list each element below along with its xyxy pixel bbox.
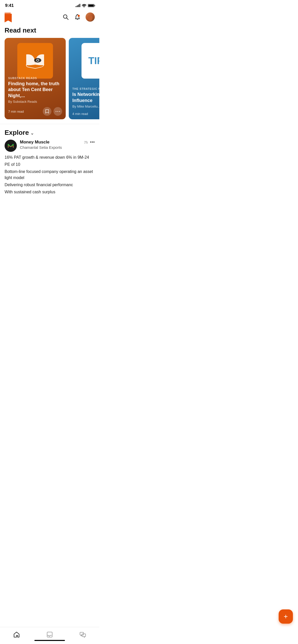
post-line-4: Delivering robust financial performanc: [5, 182, 95, 188]
svg-point-9: [6, 141, 15, 150]
more-options-button[interactable]: [53, 107, 62, 116]
card-2-footer: 4 min read: [72, 112, 99, 116]
card-2-image: TIPC: [69, 38, 99, 84]
app-header: [0, 10, 99, 25]
status-icons: [76, 4, 94, 7]
explore-header[interactable]: Explore ⌄: [0, 124, 99, 140]
user-avatar[interactable]: [86, 12, 95, 22]
battery-icon: [88, 4, 94, 7]
book-icon-container: [17, 43, 53, 79]
svg-point-6: [56, 111, 57, 112]
post-meta: Money Muscle Chamanlal Setia Exports 7h …: [20, 140, 95, 150]
post-time: 7h: [84, 140, 88, 144]
post-menu-button[interactable]: •••: [90, 140, 95, 145]
card-1-content: SUBSTACK READS Finding home, the truth a…: [5, 75, 66, 119]
card-1-read-time: 7 min read: [8, 110, 24, 113]
post-author-name: Money Muscle: [20, 140, 62, 145]
svg-point-7: [58, 111, 58, 112]
search-icon: [62, 14, 69, 20]
book-icon: [24, 51, 47, 71]
card-1-actions: [43, 107, 62, 116]
svg-point-5: [37, 60, 38, 61]
card-2-author: By Mike Marcellu...: [72, 105, 99, 108]
notifications-icon: [74, 14, 81, 20]
status-bar: 9:41: [0, 0, 99, 10]
explore-chevron-icon: ⌄: [30, 130, 34, 136]
svg-line-1: [67, 18, 69, 20]
wifi-icon: [82, 4, 86, 7]
read-next-title: Read next: [0, 25, 99, 38]
post-author-avatar[interactable]: [5, 140, 17, 152]
search-button[interactable]: [62, 13, 69, 21]
card-2[interactable]: TIPC THE STRATEGIC NET Is Networking M..…: [69, 38, 99, 119]
post-content: 16% PAT growth & revenue down 6% in 9M-2…: [5, 154, 95, 195]
explore-title: Explore: [5, 129, 29, 137]
card-2-title: Is Networking M... About Influence: [72, 92, 99, 104]
svg-point-8: [59, 111, 60, 112]
post-line-5: With sustained cash surplus: [5, 189, 95, 195]
tipc-logo-container: TIPC: [82, 43, 99, 79]
bookmark-icon: [45, 109, 49, 114]
notifications-button[interactable]: [74, 13, 81, 21]
card-1[interactable]: SUBSTACK READS Finding home, the truth a…: [5, 38, 66, 119]
card-1-author: By Substack Reads: [8, 100, 62, 104]
card-1-footer: 7 min read: [8, 107, 62, 116]
card-2-category: THE STRATEGIC NET: [72, 87, 99, 90]
post-line-3: Bottom-line focused company operating an…: [5, 169, 95, 181]
header-actions: [62, 12, 95, 22]
status-time: 9:41: [5, 3, 14, 8]
post-header: Money Muscle Chamanlal Setia Exports 7h …: [5, 140, 95, 152]
svg-point-2: [78, 15, 80, 17]
post-time-menu: 7h •••: [84, 140, 95, 145]
post-line-1: 16% PAT growth & revenue down 6% in 9M-2…: [5, 154, 95, 160]
app-logo[interactable]: [5, 12, 14, 22]
post-author-subtitle: Chamanlal Setia Exports: [20, 145, 62, 150]
signal-icon: [76, 4, 80, 7]
post-item-1: Money Muscle Chamanlal Setia Exports 7h …: [0, 140, 99, 201]
card-1-category: SUBSTACK READS: [8, 77, 62, 80]
card-2-content: THE STRATEGIC NET Is Networking M... Abo…: [69, 85, 99, 119]
cards-scroll: SUBSTACK READS Finding home, the truth a…: [0, 38, 99, 119]
post-line-2: PE of 10: [5, 162, 95, 168]
more-icon: [56, 111, 60, 112]
card-1-title: Finding home, the truth about Ten Cent B…: [8, 81, 62, 99]
card-2-read-time: 4 min read: [72, 112, 88, 116]
post-author-info: Money Muscle Chamanlal Setia Exports: [20, 140, 62, 150]
bookmark-button[interactable]: [43, 107, 51, 116]
tipc-logo-text: TIPC: [88, 55, 99, 66]
money-muscle-logo: [6, 141, 15, 150]
